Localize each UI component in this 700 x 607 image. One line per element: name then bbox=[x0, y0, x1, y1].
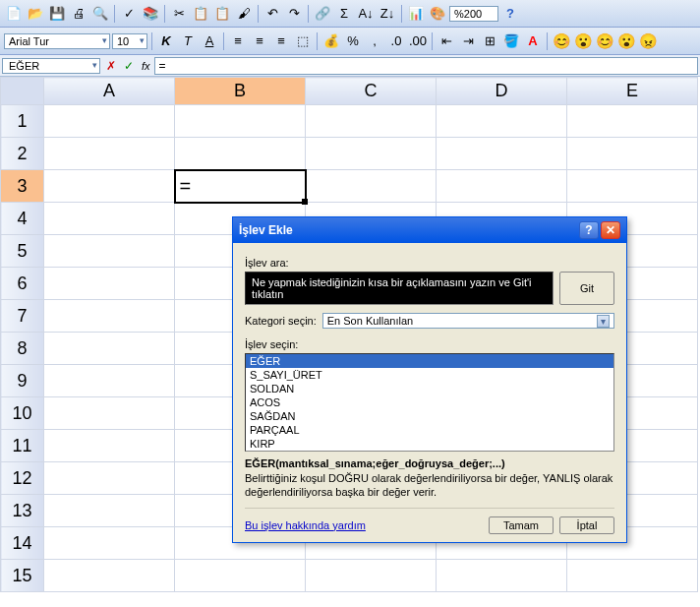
currency-icon[interactable]: 💰 bbox=[321, 31, 341, 51]
emoji-happy-icon[interactable]: 😊 bbox=[595, 31, 614, 51]
row-header[interactable]: 7 bbox=[1, 300, 44, 333]
category-select[interactable]: En Son Kullanılan bbox=[322, 313, 614, 329]
cell[interactable] bbox=[44, 527, 175, 560]
row-header[interactable]: 6 bbox=[1, 268, 44, 300]
align-right-icon[interactable]: ≡ bbox=[271, 31, 291, 51]
preview-icon[interactable]: 🔍 bbox=[90, 4, 110, 24]
cell[interactable] bbox=[437, 170, 567, 203]
cell[interactable] bbox=[567, 170, 698, 203]
row-header[interactable]: 10 bbox=[1, 397, 44, 430]
cell[interactable] bbox=[306, 105, 437, 138]
cell[interactable] bbox=[437, 560, 567, 592]
function-item[interactable]: ACOS bbox=[246, 395, 613, 409]
col-header-d[interactable]: D bbox=[437, 78, 567, 105]
function-item[interactable]: KIRP bbox=[246, 437, 613, 451]
cell[interactable] bbox=[44, 105, 175, 138]
col-header-b[interactable]: B bbox=[175, 78, 306, 105]
select-all-corner[interactable] bbox=[1, 78, 44, 105]
cell[interactable] bbox=[44, 430, 175, 462]
open-icon[interactable]: 📂 bbox=[26, 4, 45, 24]
row-header[interactable]: 2 bbox=[1, 138, 44, 170]
function-item[interactable]: EĞER bbox=[246, 354, 613, 368]
dialog-close-button[interactable]: ✕ bbox=[601, 221, 620, 239]
italic-button[interactable]: T bbox=[178, 31, 198, 51]
font-select[interactable]: Arial Tur bbox=[4, 33, 110, 49]
increase-decimal-icon[interactable]: .0 bbox=[386, 31, 406, 51]
research-icon[interactable]: 📚 bbox=[141, 4, 160, 24]
function-listbox[interactable]: EĞER S_SAYI_ÜRET SOLDAN ACOS SAĞDAN PARÇ… bbox=[245, 353, 614, 452]
cell[interactable] bbox=[437, 138, 567, 170]
search-input[interactable]: Ne yapmak istediğinizin kısa bir açıklam… bbox=[245, 272, 554, 305]
new-icon[interactable]: 📄 bbox=[4, 4, 24, 24]
fx-icon[interactable]: fx bbox=[138, 60, 154, 72]
merge-cells-icon[interactable]: ⬚ bbox=[293, 31, 313, 51]
cell[interactable] bbox=[175, 105, 306, 138]
drawing-icon[interactable]: 🎨 bbox=[428, 4, 447, 24]
format-painter-icon[interactable]: 🖌 bbox=[234, 4, 254, 24]
bold-button[interactable]: K bbox=[156, 31, 176, 51]
enter-formula-button[interactable]: ✓ bbox=[120, 59, 138, 73]
undo-icon[interactable]: ↶ bbox=[262, 4, 282, 24]
cell-b3[interactable]: = bbox=[175, 170, 306, 203]
underline-button[interactable]: A bbox=[200, 31, 219, 51]
row-header[interactable]: 15 bbox=[1, 560, 44, 592]
fill-color-icon[interactable]: 🪣 bbox=[501, 31, 521, 51]
cell[interactable] bbox=[44, 235, 175, 268]
cell[interactable] bbox=[44, 462, 175, 495]
cell[interactable] bbox=[44, 333, 175, 365]
increase-indent-icon[interactable]: ⇥ bbox=[458, 31, 478, 51]
help-icon[interactable]: ? bbox=[500, 4, 520, 24]
formula-input[interactable]: = bbox=[154, 57, 698, 75]
function-item[interactable]: SOLDAN bbox=[246, 382, 613, 395]
cancel-button[interactable]: İptal bbox=[559, 516, 614, 534]
cell[interactable] bbox=[44, 365, 175, 397]
cell[interactable] bbox=[44, 170, 175, 203]
ok-button[interactable]: Tamam bbox=[489, 516, 554, 534]
emoji-shocked-icon[interactable]: 😮 bbox=[616, 31, 636, 51]
emoji-surprised-icon[interactable]: 😮 bbox=[573, 31, 593, 51]
decrease-decimal-icon[interactable]: .00 bbox=[408, 31, 428, 51]
row-header[interactable]: 14 bbox=[1, 527, 44, 560]
row-header[interactable]: 13 bbox=[1, 495, 44, 527]
cell[interactable] bbox=[567, 138, 698, 170]
cell[interactable] bbox=[567, 560, 698, 592]
dialog-help-button[interactable]: ? bbox=[579, 221, 599, 239]
font-size-select[interactable]: 10 bbox=[112, 33, 147, 49]
autosum-icon[interactable]: Σ bbox=[334, 4, 354, 24]
row-header[interactable]: 8 bbox=[1, 333, 44, 365]
col-header-c[interactable]: C bbox=[306, 78, 437, 105]
font-color-icon[interactable]: A bbox=[523, 31, 543, 51]
percent-icon[interactable]: % bbox=[343, 31, 363, 51]
row-header[interactable]: 4 bbox=[1, 203, 44, 235]
borders-icon[interactable]: ⊞ bbox=[480, 31, 499, 51]
function-item[interactable]: PARÇAAL bbox=[246, 423, 613, 437]
col-header-a[interactable]: A bbox=[44, 78, 175, 105]
cell[interactable] bbox=[437, 105, 567, 138]
row-header[interactable]: 5 bbox=[1, 235, 44, 268]
paste-icon[interactable]: 📋 bbox=[212, 4, 232, 24]
cell[interactable] bbox=[306, 560, 437, 592]
align-center-icon[interactable]: ≡ bbox=[250, 31, 269, 51]
cell[interactable] bbox=[44, 203, 175, 235]
col-header-e[interactable]: E bbox=[567, 78, 698, 105]
zoom-input[interactable]: %200 bbox=[449, 6, 498, 22]
dialog-titlebar[interactable]: İşlev Ekle ? ✕ bbox=[233, 217, 626, 243]
row-header[interactable]: 9 bbox=[1, 365, 44, 397]
cut-icon[interactable]: ✂ bbox=[169, 4, 189, 24]
spelling-icon[interactable]: ✓ bbox=[119, 4, 139, 24]
emoji-angry-icon[interactable]: 😠 bbox=[638, 31, 658, 51]
print-icon[interactable]: 🖨 bbox=[69, 4, 88, 24]
cell[interactable] bbox=[306, 170, 437, 203]
row-header[interactable]: 1 bbox=[1, 105, 44, 138]
cell[interactable] bbox=[175, 560, 306, 592]
emoji-smile-icon[interactable]: 😊 bbox=[552, 31, 571, 51]
cell[interactable] bbox=[306, 138, 437, 170]
cell[interactable] bbox=[44, 495, 175, 527]
cell[interactable] bbox=[44, 397, 175, 430]
cell[interactable] bbox=[44, 560, 175, 592]
row-header[interactable]: 3 bbox=[1, 170, 44, 203]
comma-icon[interactable]: , bbox=[365, 31, 384, 51]
function-item[interactable]: SAĞDAN bbox=[246, 409, 613, 423]
decrease-indent-icon[interactable]: ⇤ bbox=[437, 31, 456, 51]
row-header[interactable]: 11 bbox=[1, 430, 44, 462]
